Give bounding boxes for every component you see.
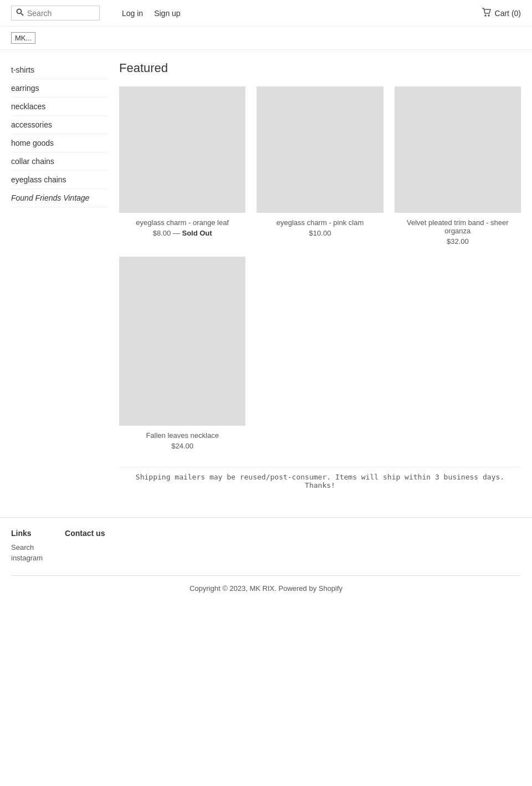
search-input[interactable] bbox=[27, 9, 95, 18]
cart-area[interactable]: Cart (0) bbox=[482, 8, 521, 18]
search-form[interactable] bbox=[11, 6, 100, 21]
footer-bottom: Copyright © 2023, MK RIX. Powered by Sho… bbox=[11, 575, 521, 593]
cart-icon bbox=[482, 8, 492, 18]
sidebar-item-necklaces[interactable]: necklaces bbox=[11, 98, 108, 116]
product-price-3: $32.00 bbox=[395, 237, 521, 246]
footer-search-link[interactable]: Search bbox=[11, 543, 43, 552]
svg-line-1 bbox=[21, 13, 23, 16]
product-grid-row2: Fallen leaves necklace $24.00 bbox=[119, 257, 521, 450]
svg-point-2 bbox=[485, 15, 486, 16]
footer: Links Search instagram Contact us Copyri… bbox=[0, 517, 532, 604]
logo-bar: MK... bbox=[0, 27, 532, 50]
content: Featured eyeglass charm - orange leaf $8… bbox=[119, 61, 521, 506]
shipping-notice: Shipping mailers may be reused/post-cons… bbox=[119, 467, 521, 506]
svg-point-0 bbox=[17, 9, 22, 14]
featured-title: Featured bbox=[119, 61, 521, 75]
product-grid-row1: eyeglass charm - orange leaf $8.00 — Sol… bbox=[119, 86, 521, 246]
product-name-4: Fallen leaves necklace bbox=[119, 431, 245, 440]
product-card-velvet-pleated-trim-band[interactable]: Velvet pleated trim band - sheer organza… bbox=[395, 86, 521, 246]
product-price-2: $10.00 bbox=[257, 229, 383, 237]
product-name-2: eyeglass charm - pink clam bbox=[257, 218, 383, 227]
footer-links-col: Links Search instagram bbox=[11, 529, 43, 564]
copyright-text: Copyright © 2023, MK RIX. Powered by Sho… bbox=[190, 584, 342, 593]
sidebar: t-shirts earrings necklaces accessories … bbox=[11, 61, 108, 506]
product-image-1 bbox=[119, 86, 245, 213]
product-name-1: eyeglass charm - orange leaf bbox=[119, 218, 245, 227]
login-link[interactable]: Log in bbox=[122, 9, 143, 18]
search-icon bbox=[16, 8, 24, 18]
product-image-4 bbox=[119, 257, 245, 425]
sidebar-item-home-goods[interactable]: home goods bbox=[11, 134, 108, 152]
sidebar-item-accessories[interactable]: accessories bbox=[11, 116, 108, 134]
product-image-3 bbox=[395, 86, 521, 213]
footer-links-title: Links bbox=[11, 529, 43, 538]
product-price-4: $24.00 bbox=[119, 442, 245, 450]
sidebar-item-t-shirts[interactable]: t-shirts bbox=[11, 61, 108, 79]
header: Log in Sign up Cart (0) bbox=[0, 0, 532, 27]
svg-point-3 bbox=[488, 15, 489, 16]
cart-label: Cart (0) bbox=[495, 9, 521, 18]
footer-columns: Links Search instagram Contact us bbox=[11, 529, 521, 564]
footer-contact-col: Contact us bbox=[65, 529, 105, 564]
logo[interactable]: MK... bbox=[11, 32, 35, 44]
product-name-3: Velvet pleated trim band - sheer organza bbox=[395, 218, 521, 235]
product-card-fallen-leaves-necklace[interactable]: Fallen leaves necklace $24.00 bbox=[119, 257, 245, 450]
signup-link[interactable]: Sign up bbox=[154, 9, 180, 18]
product-image-2 bbox=[257, 86, 383, 213]
footer-instagram-link[interactable]: instagram bbox=[11, 554, 43, 562]
main-layout: t-shirts earrings necklaces accessories … bbox=[0, 50, 532, 517]
product-price-1: $8.00 — Sold Out bbox=[119, 229, 245, 237]
sidebar-item-eyeglass-chains[interactable]: eyeglass chains bbox=[11, 171, 108, 189]
sidebar-item-earrings[interactable]: earrings bbox=[11, 79, 108, 98]
product-card-eyeglass-charm-pink-clam[interactable]: eyeglass charm - pink clam $10.00 bbox=[257, 86, 383, 246]
sold-out-badge-1: Sold Out bbox=[182, 229, 212, 237]
footer-contact-title: Contact us bbox=[65, 529, 105, 538]
sidebar-item-collar-chains[interactable]: collar chains bbox=[11, 152, 108, 171]
header-nav: Log in Sign up bbox=[122, 9, 181, 18]
product-card-eyeglass-charm-orange-leaf[interactable]: eyeglass charm - orange leaf $8.00 — Sol… bbox=[119, 86, 245, 246]
sidebar-item-found-friends-vintage[interactable]: Found Friends Vintage bbox=[11, 189, 108, 207]
